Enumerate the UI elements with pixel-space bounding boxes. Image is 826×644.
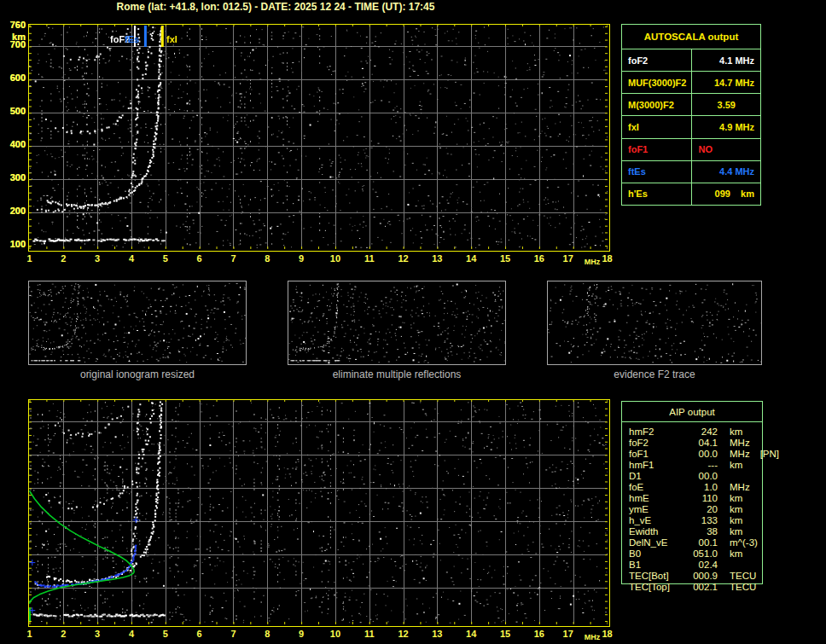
y-tick-label: 600: [0, 73, 26, 83]
autoscala-param-value: 4.9 MHz: [691, 116, 761, 138]
x-tick-label: 2: [54, 629, 73, 639]
x-tick-label: 7: [224, 629, 242, 639]
aip-row: DelN_vE00.1m^(-3): [622, 537, 793, 548]
top-ionogram-canvas: [29, 25, 608, 249]
autoscala-table-header: AUTOSCALA output: [622, 25, 761, 49]
x-tick-label: 10: [326, 253, 345, 264]
aip-param-value: 1.0: [683, 482, 718, 493]
x-tick-label: 9: [292, 253, 311, 264]
y-tick-label: 700: [0, 39, 26, 49]
aip-param-value: 00.1: [683, 537, 718, 548]
autoscala-param-name: MUF(3000)F2: [622, 72, 692, 94]
aip-param-name: h_vE: [622, 515, 683, 526]
aip-row: TEC[Bot]000.9TECU: [622, 571, 793, 582]
aip-param-name: hmF1: [622, 460, 683, 471]
autoscala-param-value: NO: [691, 138, 761, 160]
aip-param-value: ---: [683, 460, 718, 471]
y-tick-label: 760: [0, 20, 26, 30]
aip-param-name: foE: [622, 482, 683, 493]
aip-param-unit: km: [718, 426, 742, 438]
autoscala-row: h'Es099 km: [622, 183, 761, 205]
thumbnail-evidence-f2: [547, 281, 762, 365]
aip-param-unit: MHz: [718, 482, 750, 493]
x-tick-label: 13: [428, 629, 446, 639]
x-axis-unit: MHz: [581, 633, 603, 641]
autoscala-row: ftEs4.4 MHz: [622, 160, 761, 183]
aip-param-name: B0: [622, 548, 683, 560]
aip-param-value: 002.1: [683, 582, 718, 593]
aip-param-name: hmF2: [622, 426, 683, 438]
y-tick-label: 300: [0, 172, 26, 183]
autoscala-row: fxI4.9 MHz: [622, 116, 761, 138]
x-tick-label: 8: [258, 253, 276, 264]
aip-row: foF204.1MHz: [622, 438, 793, 449]
y-tick-label: 200: [0, 206, 26, 216]
aip-row: B102.4: [622, 560, 793, 571]
aip-row: Ewidth38km: [622, 526, 793, 537]
x-tick-label: 11: [360, 629, 379, 639]
aip-param-value: 20: [683, 504, 718, 515]
aip-param-name: TEC[Top]: [622, 582, 683, 593]
aip-param-unit: km: [718, 548, 742, 560]
x-tick-label: 16: [530, 629, 549, 639]
x-tick-label: 14: [462, 629, 480, 639]
x-tick-label: 2: [54, 253, 73, 264]
page-title: Rome (lat: +41.8, lon: 012.5) - DATE: 20…: [0, 1, 551, 13]
aip-param-name: hmE: [622, 493, 683, 504]
aip-param-name: foF1: [622, 449, 683, 460]
thumbnail-eliminate-canvas: [288, 281, 505, 364]
aip-param-name: foF2: [622, 438, 683, 449]
x-tick-label: 10: [326, 629, 345, 639]
x-tick-label: 11: [360, 253, 379, 264]
aip-param-name: ymE: [622, 504, 683, 515]
bottom-ionogram-plot: [28, 399, 610, 627]
thumbnail-caption-evidence: evidence F2 trace: [545, 368, 764, 380]
aip-param-unit: km: [718, 515, 742, 526]
aip-param-unit: km: [718, 460, 742, 471]
autoscala-param-name: M(3000)F2: [622, 94, 692, 116]
x-tick-label: 17: [559, 253, 578, 264]
aip-param-note: [PN]: [750, 449, 779, 460]
aip-param-unit: km: [718, 504, 742, 515]
aip-row: hmF1---km: [622, 460, 793, 471]
aip-param-value: 04.1: [683, 438, 718, 449]
aip-row: foF100.0MHz[PN]: [622, 449, 793, 460]
x-tick-label: 9: [292, 629, 311, 639]
x-tick-label: 12: [394, 253, 413, 264]
x-tick-label: 14: [462, 253, 480, 264]
thumbnail-original-ionogram: [28, 281, 247, 365]
autoscala-param-name: ftEs: [622, 160, 692, 183]
x-tick-label: 6: [190, 629, 209, 639]
x-tick-label: 4: [122, 253, 141, 264]
x-tick-label: 6: [190, 253, 209, 264]
x-tick-label: 3: [88, 253, 107, 264]
x-axis-unit: MHz: [581, 258, 603, 266]
x-tick-label: 12: [394, 629, 413, 639]
aip-output-table: AIP output hmF2242kmfoF204.1MHzfoF100.0M…: [621, 401, 763, 584]
aip-row: foE1.0MHz: [622, 482, 793, 493]
aip-param-name: TEC[Bot]: [622, 571, 683, 582]
y-tick-label: 400: [0, 139, 26, 149]
aip-param-value: 133: [683, 515, 718, 526]
thumbnail-eliminate-reflections: [288, 281, 506, 365]
aip-param-unit: m^(-3): [718, 537, 758, 548]
aip-row: TEC[Top]002.1TECU: [622, 582, 793, 593]
x-tick-label: 15: [496, 629, 515, 639]
x-tick-label: 5: [156, 629, 175, 639]
y-tick-label: 100: [0, 239, 26, 249]
thumbnail-original-canvas: [29, 281, 246, 364]
aip-param-value: 00.0: [683, 449, 718, 460]
aip-row: D100.0: [622, 471, 793, 482]
autoscala-row: foF24.1 MHz: [622, 49, 761, 72]
aip-param-name: DelN_vE: [622, 537, 683, 548]
autoscala-param-value: 14.7 MHz: [691, 72, 761, 94]
autoscala-param-value: 3.59: [691, 94, 761, 116]
aip-param-value: 051.0: [683, 548, 718, 560]
x-tick-label: 1: [20, 629, 39, 639]
bottom-plot-y-axis: 760km700600500400300200100: [0, 0, 26, 256]
aip-param-unit: km: [718, 526, 742, 537]
thumbnail-evidence-canvas: [548, 281, 761, 364]
aip-param-value: 000.9: [683, 571, 718, 582]
aip-param-value: 00.0: [683, 471, 718, 482]
top-ionogram-plot: [28, 24, 610, 252]
